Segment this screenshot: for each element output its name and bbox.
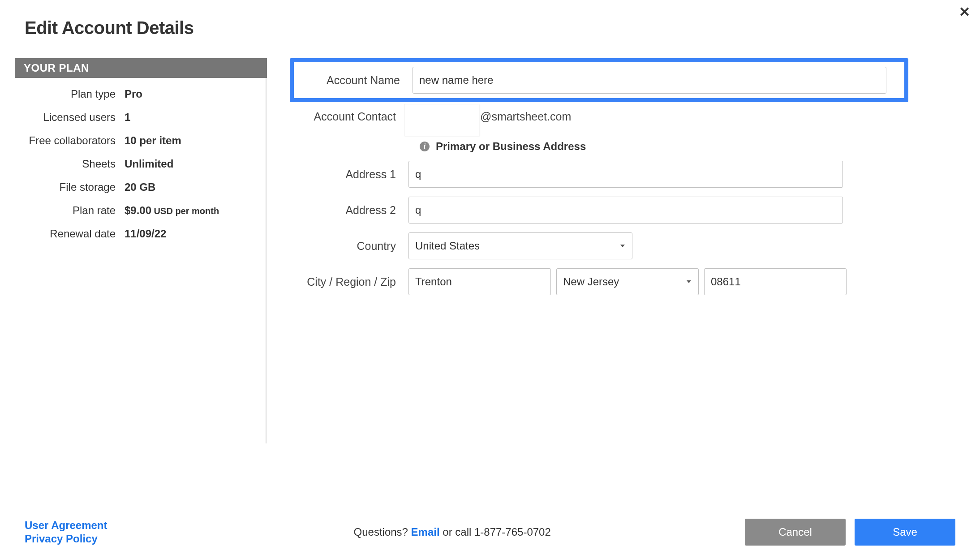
plan-header: YOUR PLAN: [15, 58, 267, 78]
country-row: Country United States: [299, 232, 890, 259]
form-area: Account Name Account Contact @smartsheet…: [266, 58, 980, 443]
plan-row-licensed-users: Licensed users 1: [15, 111, 266, 124]
cancel-button[interactable]: Cancel: [745, 519, 846, 546]
user-agreement-link[interactable]: User Agreement: [25, 519, 107, 532]
questions-prefix: Questions?: [354, 526, 411, 538]
info-icon[interactable]: i: [420, 142, 430, 151]
address1-label: Address 1: [299, 168, 408, 181]
main-layout: YOUR PLAN Plan type Pro Licensed users 1…: [0, 58, 980, 443]
file-storage-value: 20 GB: [125, 181, 155, 194]
renewal-date-label: Renewal date: [15, 228, 125, 240]
plan-row-renewal-date: Renewal date 11/09/22: [15, 228, 266, 240]
plan-row-sheets: Sheets Unlimited: [15, 158, 266, 170]
plan-row-file-storage: File storage 20 GB: [15, 181, 266, 194]
address2-row: Address 2: [299, 197, 890, 224]
account-contact-row: Account Contact @smartsheet.com: [299, 110, 890, 123]
licensed-users-value: 1: [125, 111, 130, 124]
caret-down-icon: [620, 245, 625, 247]
plan-type-value: Pro: [125, 88, 142, 100]
footer-links: User Agreement Privacy Policy: [25, 519, 107, 545]
email-link[interactable]: Email: [411, 526, 440, 538]
account-name-input[interactable]: [413, 67, 886, 94]
city-region-zip-label: City / Region / Zip: [299, 275, 408, 288]
footer-buttons: Cancel Save: [745, 519, 955, 546]
account-name-label: Account Name: [298, 74, 413, 87]
city-region-zip-row: City / Region / Zip New Jersey: [299, 268, 890, 295]
plan-sidebar: YOUR PLAN Plan type Pro Licensed users 1…: [0, 58, 266, 443]
contact-redaction-box: [404, 104, 479, 136]
address2-label: Address 2: [299, 204, 408, 217]
account-contact-value: @smartsheet.com: [408, 110, 890, 123]
address2-input[interactable]: [408, 197, 843, 224]
questions-suffix: or call 1-877-765-0702: [440, 526, 551, 538]
free-collab-label: Free collaborators: [15, 134, 125, 147]
account-name-highlight: Account Name: [290, 58, 908, 102]
plan-rate-price: $9.00: [125, 204, 151, 216]
country-select[interactable]: United States: [408, 232, 632, 259]
footer: User Agreement Privacy Policy Questions?…: [0, 519, 980, 546]
caret-down-icon: [687, 280, 691, 283]
address-heading-row: i Primary or Business Address: [420, 140, 890, 153]
plan-rate-value: $9.00 USD per month: [125, 204, 219, 217]
region-select[interactable]: New Jersey: [556, 268, 699, 295]
city-input[interactable]: [408, 268, 551, 295]
address1-input[interactable]: [408, 161, 843, 188]
free-collab-value: 10 per item: [125, 134, 181, 147]
country-selected-value: United States: [415, 240, 480, 252]
zip-input[interactable]: [704, 268, 847, 295]
plan-row-free-collaborators: Free collaborators 10 per item: [15, 134, 266, 147]
close-icon[interactable]: ✕: [959, 5, 970, 19]
sheets-label: Sheets: [15, 158, 125, 170]
country-label: Country: [299, 240, 408, 253]
address1-row: Address 1: [299, 161, 890, 188]
region-selected-value: New Jersey: [563, 275, 619, 288]
plan-type-label: Plan type: [15, 88, 125, 100]
account-contact-email-suffix: @smartsheet.com: [480, 110, 571, 123]
plan-row-type: Plan type Pro: [15, 88, 266, 100]
save-button[interactable]: Save: [855, 519, 955, 546]
account-contact-label: Account Contact: [299, 110, 408, 123]
privacy-policy-link[interactable]: Privacy Policy: [25, 533, 107, 545]
footer-questions: Questions? Email or call 1-877-765-0702: [107, 526, 745, 538]
page-title: Edit Account Details: [0, 0, 980, 38]
address-heading: Primary or Business Address: [436, 140, 586, 153]
file-storage-label: File storage: [15, 181, 125, 194]
plan-rate-suffix: USD per month: [151, 206, 219, 216]
plan-row-plan-rate: Plan rate $9.00 USD per month: [15, 204, 266, 217]
licensed-users-label: Licensed users: [15, 111, 125, 124]
renewal-date-value: 11/09/22: [125, 228, 166, 240]
sheets-value: Unlimited: [125, 158, 173, 170]
plan-rate-label: Plan rate: [15, 204, 125, 217]
